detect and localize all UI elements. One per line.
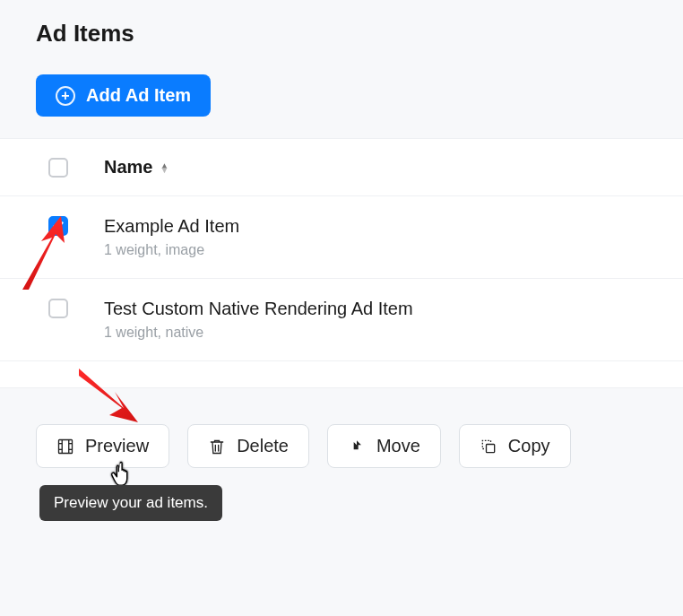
- page-title: Ad Items: [36, 20, 647, 48]
- row-content: Example Ad Item 1 weight, image: [104, 216, 239, 258]
- column-header-name[interactable]: Name ▲▼: [104, 157, 169, 178]
- move-button[interactable]: Move: [327, 424, 441, 468]
- trash-icon: [208, 438, 226, 455]
- preview-tooltip: Preview your ad items.: [39, 485, 222, 521]
- table-row: Test Custom Native Rendering Ad Item 1 w…: [0, 279, 683, 361]
- column-header-name-label: Name: [104, 157, 152, 178]
- copy-icon: [480, 438, 497, 455]
- tooltip-text: Preview your ad items.: [54, 494, 208, 511]
- select-all-checkbox[interactable]: [48, 158, 68, 178]
- copy-label: Copy: [508, 436, 550, 456]
- sort-icon: ▲▼: [160, 163, 169, 172]
- page-root: Ad Items + Add Ad Item Name ▲▼ Example A…: [0, 0, 683, 486]
- plus-circle-icon: +: [56, 86, 75, 106]
- table-row: Example Ad Item 1 weight, image: [0, 196, 683, 279]
- bulk-actions-bar: Preview Delete Move Copy: [0, 388, 683, 486]
- item-meta: 1 weight, image: [104, 242, 239, 258]
- row-content: Test Custom Native Rendering Ad Item 1 w…: [104, 299, 413, 341]
- delete-button[interactable]: Delete: [187, 424, 309, 468]
- row-checkbox[interactable]: [48, 299, 68, 318]
- ad-items-table: Name ▲▼ Example Ad Item 1 weight, image …: [0, 138, 683, 388]
- item-name[interactable]: Example Ad Item: [104, 216, 239, 237]
- move-icon: [348, 438, 366, 455]
- table-footer: [0, 361, 683, 388]
- svg-rect-7: [486, 444, 494, 452]
- table-header-row: Name ▲▼: [0, 139, 683, 196]
- row-checkbox[interactable]: [48, 216, 68, 236]
- add-button-label: Add Ad Item: [86, 85, 191, 106]
- delete-label: Delete: [237, 436, 289, 456]
- svg-rect-0: [59, 439, 73, 453]
- copy-button[interactable]: Copy: [459, 424, 571, 468]
- add-ad-item-button[interactable]: + Add Ad Item: [36, 74, 211, 117]
- film-icon: [56, 438, 74, 455]
- preview-button[interactable]: Preview: [36, 424, 169, 468]
- item-name[interactable]: Test Custom Native Rendering Ad Item: [104, 299, 413, 319]
- move-label: Move: [376, 436, 420, 456]
- preview-label: Preview: [85, 436, 149, 456]
- header: Ad Items + Add Ad Item: [0, 20, 683, 138]
- item-meta: 1 weight, native: [104, 325, 413, 341]
